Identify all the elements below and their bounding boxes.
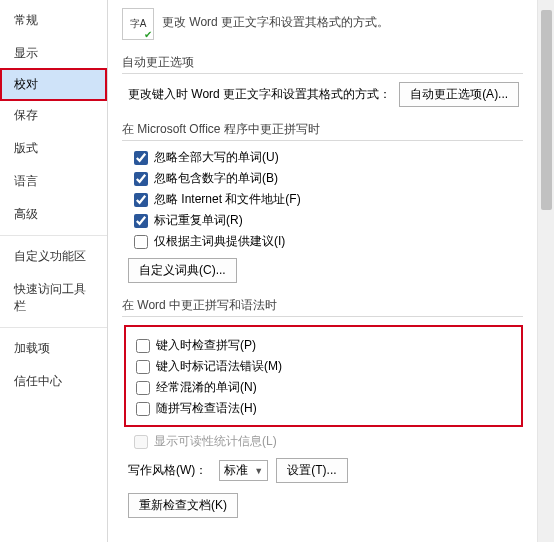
chevron-down-icon: ▼ — [254, 466, 263, 476]
settings-button[interactable]: 设置(T)... — [276, 458, 347, 483]
sidebar-item-save[interactable]: 保存 — [0, 99, 107, 132]
recheck-document-button[interactable]: 重新检查文档(K) — [128, 493, 238, 518]
check-ignore-numbers[interactable]: 忽略包含数字的单词(B) — [134, 170, 523, 187]
sidebar-item-proofing[interactable]: 校对 — [0, 68, 107, 101]
sidebar-item-layout[interactable]: 版式 — [0, 132, 107, 165]
sidebar-item-quick-access[interactable]: 快速访问工具栏 — [0, 273, 107, 323]
check-confused-words[interactable]: 经常混淆的单词(N) — [136, 379, 517, 396]
check-spelling-as-type[interactable]: 键入时检查拼写(P) — [136, 337, 517, 354]
vertical-scrollbar[interactable] — [537, 0, 554, 542]
section-office-title: 在 Microsoft Office 程序中更正拼写时 — [122, 121, 523, 141]
header-description: 更改 Word 更正文字和设置其格式的方式。 — [162, 8, 389, 31]
scrollbar-thumb[interactable] — [541, 10, 552, 210]
check-grammar-as-type[interactable]: 键入时标记语法错误(M) — [136, 358, 517, 375]
check-main-dict-only[interactable]: 仅根据主词典提供建议(I) — [134, 233, 523, 250]
sidebar-item-advanced[interactable]: 高级 — [0, 198, 107, 231]
autocorrect-options-button[interactable]: 自动更正选项(A)... — [399, 82, 519, 107]
writing-style-label: 写作风格(W)： — [128, 462, 207, 479]
section-word-title: 在 Word 中更正拼写和语法时 — [122, 297, 523, 317]
custom-dictionaries-button[interactable]: 自定义词典(C)... — [128, 258, 237, 283]
writing-style-select[interactable]: 标准 ▼ — [219, 460, 268, 481]
sidebar-item-customize-ribbon[interactable]: 自定义功能区 — [0, 240, 107, 273]
proofing-icon: 字A — [122, 8, 154, 40]
autocorrect-description: 更改键入时 Word 更正文字和设置其格式的方式： — [128, 86, 391, 103]
check-ignore-internet[interactable]: 忽略 Internet 和文件地址(F) — [134, 191, 523, 208]
sidebar-item-addins[interactable]: 加载项 — [0, 332, 107, 365]
sidebar-item-language[interactable]: 语言 — [0, 165, 107, 198]
separator — [0, 327, 107, 328]
sidebar-item-general[interactable]: 常规 — [0, 4, 107, 37]
highlight-box: 键入时检查拼写(P) 键入时标记语法错误(M) 经常混淆的单词(N) 随拼写检查… — [124, 325, 523, 427]
sidebar-item-display[interactable]: 显示 — [0, 37, 107, 70]
check-flag-repeated[interactable]: 标记重复单词(R) — [134, 212, 523, 229]
main-content: 字A 更改 Word 更正文字和设置其格式的方式。 自动更正选项 更改键入时 W… — [108, 0, 537, 542]
sidebar: 常规 显示 校对 保存 版式 语言 高级 自定义功能区 快速访问工具栏 加载项 … — [0, 0, 108, 542]
check-grammar-with-spelling[interactable]: 随拼写检查语法(H) — [136, 400, 517, 417]
separator — [0, 235, 107, 236]
check-ignore-uppercase[interactable]: 忽略全部大写的单词(U) — [134, 149, 523, 166]
section-autocorrect-title: 自动更正选项 — [122, 54, 523, 74]
writing-style-value: 标准 — [224, 462, 248, 479]
main-panel: 字A 更改 Word 更正文字和设置其格式的方式。 自动更正选项 更改键入时 W… — [108, 0, 554, 542]
sidebar-item-trust-center[interactable]: 信任中心 — [0, 365, 107, 398]
check-readability-stats: 显示可读性统计信息(L) — [134, 433, 523, 450]
